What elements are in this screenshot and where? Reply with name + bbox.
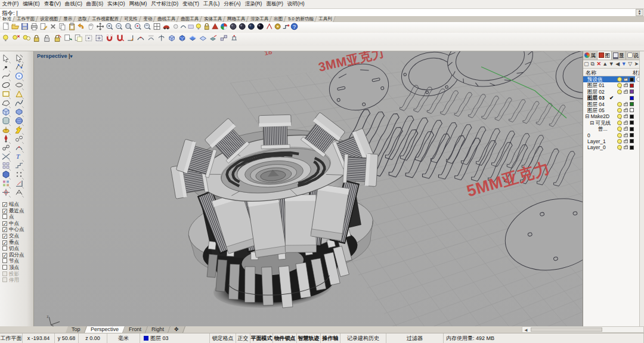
svg-text:T: T bbox=[16, 153, 20, 160]
svg-text:?: ? bbox=[293, 24, 296, 30]
svg-text:z: z bbox=[47, 314, 49, 319]
